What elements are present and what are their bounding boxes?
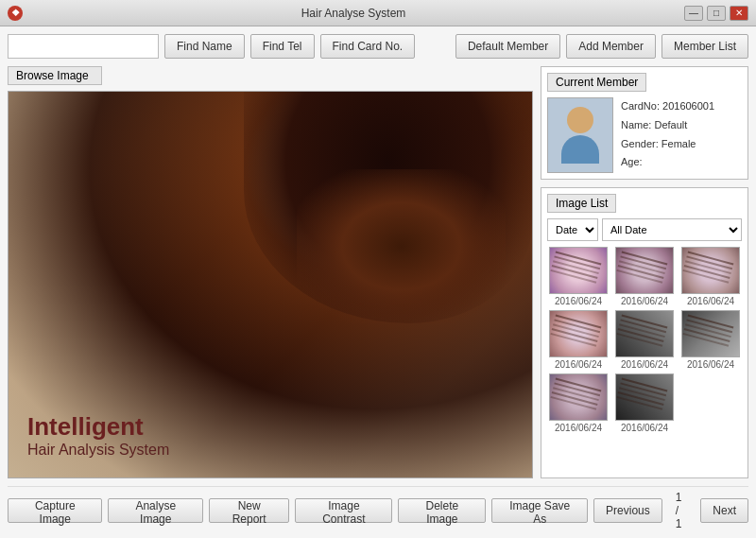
gender-label: Gender: — [621, 138, 659, 149]
thumbnail-date: 2016/06/24 — [621, 423, 668, 433]
avatar-box — [547, 97, 613, 173]
minimize-button[interactable]: — — [684, 6, 703, 21]
name-label: Name: — [621, 119, 651, 130]
bottom-bar: Capture Image Analyse Image New Report I… — [8, 486, 748, 530]
image-list-section: Image List Date All Date 2016/06/242016/… — [541, 187, 748, 478]
find-card-no-button[interactable]: Find Card No. — [320, 34, 416, 59]
thumbnail-item[interactable]: 2016/06/24 — [613, 310, 676, 370]
add-member-button[interactable]: Add Member — [566, 34, 656, 59]
find-name-button[interactable]: Find Name — [164, 34, 245, 59]
member-buttons: Default Member Add Member Member List — [455, 34, 748, 59]
age-label: Age: — [621, 156, 643, 167]
thumbnail-date: 2016/06/24 — [555, 423, 602, 433]
card-no-value: 201606001 — [662, 100, 714, 112]
search-input[interactable] — [8, 34, 159, 59]
thumbnail-item[interactable]: 2016/06/24 — [547, 373, 610, 433]
name-value: Default — [654, 119, 687, 130]
card-no-row: CardNo: 201606001 — [621, 97, 714, 116]
maximize-button[interactable]: □ — [707, 6, 726, 21]
avatar-body — [561, 135, 599, 164]
thumbnail-item[interactable]: 2016/06/24 — [547, 247, 610, 306]
previous-button[interactable]: Previous — [593, 498, 662, 523]
card-no-label: CardNo: — [621, 100, 660, 112]
thumbnail-date: 2016/06/24 — [621, 296, 668, 306]
image-list-label: Image List — [547, 194, 616, 213]
thumbnail-item[interactable]: 2016/06/24 — [613, 247, 676, 306]
image-save-as-button[interactable]: Image Save As — [491, 498, 588, 523]
top-bar: Find Name Find Tel Find Card No. Default… — [8, 34, 748, 59]
content-area: Browse Image Intelligent Hair Analysis S… — [8, 66, 748, 478]
thumbnail-item[interactable]: 2016/06/24 — [613, 373, 676, 433]
thumbnail-grid: 2016/06/242016/06/242016/06/242016/06/24… — [547, 247, 742, 433]
analyse-image-button[interactable]: Analyse Image — [108, 498, 202, 523]
age-row: Age: — [621, 153, 714, 172]
thumbnail-item[interactable]: 2016/06/24 — [547, 310, 610, 370]
hair-image-background: Intelligent Hair Analysis System — [9, 92, 532, 477]
title-bar: ❖ Hair Analyse System — □ ✕ — [0, 0, 756, 26]
thumbnail-item[interactable]: 2016/06/24 — [679, 247, 742, 306]
thumbnail-image — [681, 247, 740, 294]
thumbnail-image — [549, 373, 608, 421]
current-member-section: Current Member CardNo: 201606001 — [541, 66, 748, 180]
thumbnail-date: 2016/06/24 — [621, 359, 668, 370]
member-info: CardNo: 201606001 Name: Default Gender: … — [547, 97, 742, 173]
new-report-button[interactable]: New Report — [209, 498, 289, 523]
capture-image-button[interactable]: Capture Image — [8, 498, 102, 523]
default-member-button[interactable]: Default Member — [455, 34, 560, 59]
close-button[interactable]: ✕ — [730, 6, 748, 21]
thumbnail-date: 2016/06/24 — [687, 296, 734, 306]
main-content: Find Name Find Tel Find Card No. Default… — [0, 26, 756, 538]
left-panel: Browse Image Intelligent Hair Analysis S… — [8, 66, 533, 478]
gender-row: Gender: Female — [621, 135, 714, 154]
thumbnail-image — [615, 373, 674, 421]
thumbnail-image — [615, 247, 674, 294]
name-row: Name: Default — [621, 116, 714, 135]
window-controls: — □ ✕ — [684, 6, 748, 21]
avatar — [561, 107, 599, 164]
page-info: 1 / 1 — [668, 491, 696, 530]
app-icon: ❖ — [8, 6, 23, 21]
filter-row: Date All Date — [547, 218, 742, 241]
date-filter-select[interactable]: Date — [547, 218, 598, 241]
hero-subtitle: Hair Analysis System — [27, 442, 169, 459]
right-panel: Current Member CardNo: 201606001 — [541, 66, 748, 478]
browse-image-label: Browse Image — [8, 66, 102, 85]
next-button[interactable]: Next — [700, 498, 748, 523]
current-member-label: Current Member — [547, 73, 646, 92]
thumbnail-date: 2016/06/24 — [555, 296, 602, 306]
image-contrast-button[interactable]: Image Contrast — [295, 498, 392, 523]
window-title: Hair Analyse System — [23, 7, 684, 20]
hair-curl — [297, 169, 507, 323]
all-date-filter-select[interactable]: All Date — [602, 218, 742, 241]
thumbnail-image — [549, 310, 608, 357]
thumbnail-date: 2016/06/24 — [687, 359, 734, 370]
thumbnail-image — [681, 310, 740, 357]
member-details: CardNo: 201606001 Name: Default Gender: … — [621, 97, 714, 173]
member-list-button[interactable]: Member List — [662, 34, 748, 59]
thumbnail-image — [615, 310, 674, 357]
hero-text: Intelligent Hair Analysis System — [27, 412, 169, 459]
delete-image-button[interactable]: Delete Image — [398, 498, 486, 523]
thumbnail-item[interactable]: 2016/06/24 — [679, 310, 742, 370]
avatar-head — [567, 107, 593, 133]
gender-value: Female — [662, 138, 696, 149]
hero-title: Intelligent — [27, 412, 169, 442]
thumbnail-image — [549, 247, 608, 294]
pagination: Previous 1 / 1 Next — [593, 491, 748, 530]
thumbnail-date: 2016/06/24 — [555, 359, 602, 370]
find-tel-button[interactable]: Find Tel — [250, 34, 315, 59]
image-display: Intelligent Hair Analysis System — [8, 91, 533, 478]
